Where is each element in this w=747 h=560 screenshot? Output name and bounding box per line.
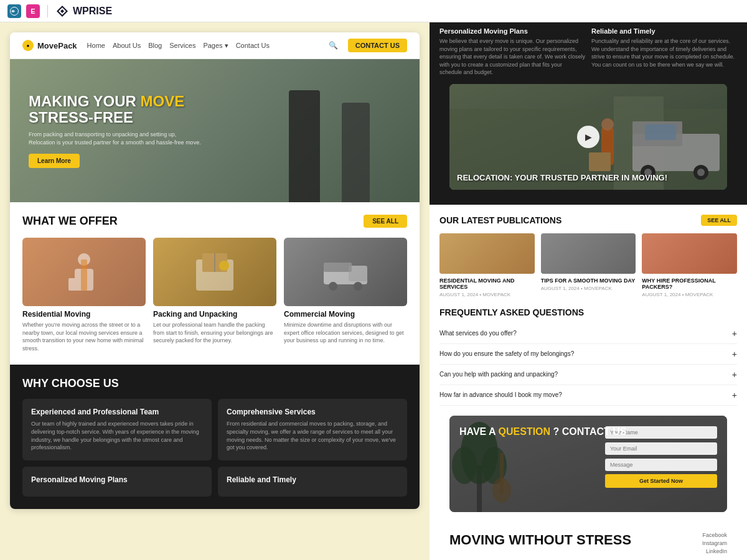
what-we-offer-see-all[interactable]: SEE ALL xyxy=(364,215,407,228)
pub-card-3: WHY HIRE PROFESSIONAL PACKERS? AUGUST 1,… xyxy=(642,233,737,297)
pub-image-1 xyxy=(439,233,535,274)
svg-rect-7 xyxy=(81,259,87,291)
contact-message-input[interactable] xyxy=(605,459,717,471)
nav-cta-button[interactable]: CONTACT US xyxy=(348,39,407,52)
site-nav: ● MovePack Home About Us Blog Services P… xyxy=(10,32,420,59)
worker-figure-1 xyxy=(289,90,320,202)
pub-date-2: AUGUST 1, 2024 • MOVEPACK xyxy=(541,286,636,291)
why-choose-section: WHY CHOOSE US Experienced and Profession… xyxy=(10,365,420,508)
nav-link-contact[interactable]: Contact Us xyxy=(236,42,270,50)
why-card-desc-2: From residential and commercial moves to… xyxy=(227,420,398,451)
feature-title-reliable: Reliable and Timely xyxy=(591,27,737,35)
service-desc-commercial: Minimize downtime and disruptions with o… xyxy=(284,321,407,345)
wordpress-icon[interactable] xyxy=(7,4,21,18)
elementor-icon[interactable]: E xyxy=(26,4,40,18)
hero-cta-button[interactable]: Learn More xyxy=(29,154,80,168)
why-card-title-1: Experienced and Professional Team xyxy=(31,408,203,416)
feature-reliable: Reliable and Timely Punctuality and reli… xyxy=(591,27,737,77)
footer-title: MOVING WITHOUT STRESS xyxy=(449,532,631,548)
contact-submit-button[interactable]: Get Started Now xyxy=(605,474,717,488)
nav-search-icon[interactable]: 🔍 xyxy=(329,41,338,50)
why-card-desc-1: Our team of highly trained and experienc… xyxy=(31,420,203,451)
contact-section: HAVE A QUESTION ? CONTACT US Get Started… xyxy=(449,416,727,512)
nav-link-about[interactable]: About Us xyxy=(113,42,141,50)
site-mockup: ● MovePack Home About Us Blog Services P… xyxy=(10,32,420,509)
svg-rect-6 xyxy=(68,278,77,291)
service-title-residential: Residential Moving xyxy=(22,310,146,319)
nav-links: Home About Us Blog Services Pages ▾ Cont… xyxy=(87,42,319,50)
right-white-section: OUR LATEST PUBLICATIONS SEE ALL RESIDENT… xyxy=(430,205,747,560)
publications-title: OUR LATEST PUBLICATIONS xyxy=(439,215,561,225)
contact-email-input[interactable] xyxy=(605,442,717,455)
why-card-personalized: Personalized Moving Plans xyxy=(22,467,212,497)
pub-image-3 xyxy=(642,233,737,274)
pub-title-3: WHY HIRE PROFESSIONAL PACKERS? xyxy=(642,278,737,290)
feature-title-personalized: Personalized Moving Plans xyxy=(439,27,585,35)
footer-social-facebook[interactable]: Facebook xyxy=(702,532,727,538)
services-grid: Residential Moving Whether you're moving… xyxy=(22,238,407,352)
svg-point-14 xyxy=(329,282,337,291)
hero-workers xyxy=(270,78,382,202)
nav-link-pages[interactable]: Pages ▾ xyxy=(203,42,228,50)
svg-rect-16 xyxy=(349,266,367,281)
toolbar: E WPRISE xyxy=(0,0,747,22)
toolbar-divider xyxy=(47,5,48,17)
what-we-offer-section: WHAT WE OFFER SEE ALL Res xyxy=(10,202,420,365)
left-panel: ● MovePack Home About Us Blog Services P… xyxy=(0,22,430,560)
publications-see-all[interactable]: SEE ALL xyxy=(701,215,737,226)
feature-personalized: Personalized Moving Plans We believe tha… xyxy=(439,27,585,77)
faq-title: FREQUENTLY ASKED QUESTIONS xyxy=(439,307,737,317)
faq-item-3[interactable]: Can you help with packing and unpacking?… xyxy=(439,365,737,385)
service-card-commercial: Commercial Moving Minimize downtime and … xyxy=(284,238,407,352)
pub-title-1: RESIDENTIAL MOVING AND SERVICES xyxy=(439,278,535,290)
publications-grid: RESIDENTIAL MOVING AND SERVICES AUGUST 1… xyxy=(439,233,737,297)
why-card-title-2: Comprehensive Services xyxy=(227,408,398,416)
hero-content: MAKING YOUR MOVE STRESS-FREE From packin… xyxy=(29,93,203,169)
pub-card-2: TIPS FOR A SMOOTH MOVING DAY AUGUST 1, 2… xyxy=(541,233,636,297)
wprise-logo: WPRISE xyxy=(55,4,112,18)
service-image-packing xyxy=(153,238,276,306)
pub-card-1: RESIDENTIAL MOVING AND SERVICES AUGUST 1… xyxy=(439,233,535,297)
footer-social-instagram[interactable]: Instagram xyxy=(702,540,727,546)
faq-question-2: How do you ensure the safety of my belon… xyxy=(439,350,574,357)
contact-title: HAVE A QUESTION ? CONTACT US xyxy=(459,426,626,437)
faq-item-4[interactable]: How far in advance should I book my move… xyxy=(439,385,737,406)
faq-expand-4[interactable]: + xyxy=(732,390,737,400)
service-title-packing: Packing and Unpacking xyxy=(153,310,276,319)
footer-social-linkedin[interactable]: LinkedIn xyxy=(702,548,727,554)
pub-image-2 xyxy=(541,233,636,274)
svg-point-11 xyxy=(219,261,229,271)
footer-section: MOVING WITHOUT STRESS Facebook Instagram… xyxy=(439,522,737,560)
contact-overlay: HAVE A QUESTION ? CONTACT US Get Started… xyxy=(449,416,727,512)
faq-expand-2[interactable]: + xyxy=(732,349,737,359)
faq-expand-3[interactable]: + xyxy=(732,370,737,380)
hero-title: MAKING YOUR MOVE STRESS-FREE xyxy=(29,93,203,126)
why-card-title-4: Reliable and Timely xyxy=(227,475,398,484)
faq-item-2[interactable]: How do you ensure the safety of my belon… xyxy=(439,344,737,365)
nav-link-home[interactable]: Home xyxy=(87,42,105,50)
video-overlay: ▶ RELOCATION: YOUR TRUSTED PARTNER IN MO… xyxy=(449,84,727,190)
service-desc-packing: Let our professional team handle the pac… xyxy=(153,321,276,345)
feature-desc-personalized: We believe that every move is unique. Ou… xyxy=(439,37,585,77)
why-card-comprehensive: Comprehensive Services From residential … xyxy=(218,399,407,460)
nav-logo-text: MovePack xyxy=(37,41,77,50)
faq-question-1: What services do you offer? xyxy=(439,330,517,337)
right-panel: Personalized Moving Plans We believe tha… xyxy=(430,22,747,560)
faq-expand-1[interactable]: + xyxy=(732,329,737,338)
video-play-button[interactable]: ▶ xyxy=(577,126,599,148)
why-card-experienced: Experienced and Professional Team Our te… xyxy=(22,399,212,460)
footer-social: Facebook Instagram LinkedIn xyxy=(702,532,727,554)
faq-question-4: How far in advance should I book my move… xyxy=(439,391,562,398)
faq-item-1[interactable]: What services do you offer? + xyxy=(439,324,737,344)
features-grid: Personalized Moving Plans We believe tha… xyxy=(439,27,737,77)
publications-header: OUR LATEST PUBLICATIONS SEE ALL xyxy=(439,215,737,226)
nav-link-services[interactable]: Services xyxy=(169,42,195,50)
faq-list: What services do you offer? + How do you… xyxy=(439,324,737,406)
right-top-section: Personalized Moving Plans We believe tha… xyxy=(430,22,747,205)
service-image-commercial xyxy=(284,238,407,306)
pub-title-2: TIPS FOR A SMOOTH MOVING DAY xyxy=(541,278,636,284)
hero-section: MAKING YOUR MOVE STRESS-FREE From packin… xyxy=(10,59,420,202)
nav-link-blog[interactable]: Blog xyxy=(148,42,162,50)
faq-question-3: Can you help with packing and unpacking? xyxy=(439,371,558,378)
service-desc-residential: Whether you're moving across the street … xyxy=(22,321,146,352)
